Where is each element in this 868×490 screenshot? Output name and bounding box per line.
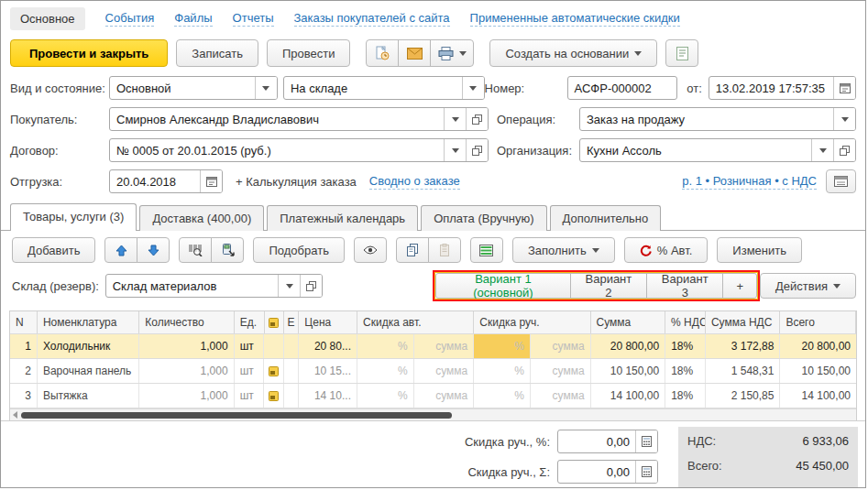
calculator-icon[interactable] xyxy=(635,461,657,483)
order-summary-link[interactable]: Сводно о заказе xyxy=(369,174,460,190)
nav-tab-main[interactable]: Основное xyxy=(10,7,85,30)
col-nomenclature[interactable]: Номенклатура xyxy=(38,311,139,333)
change-button[interactable]: Изменить xyxy=(717,237,802,263)
cell-auto-discount-sum[interactable]: сумма xyxy=(414,384,475,408)
contract-open-icon[interactable] xyxy=(466,139,488,161)
cell-quantity[interactable]: 1,000 xyxy=(139,359,234,383)
customer-open-icon[interactable] xyxy=(466,108,488,130)
move-down-icon[interactable] xyxy=(137,237,170,263)
col-vat-pct[interactable]: % НДС xyxy=(665,311,706,333)
cell-price[interactable]: 14 10... xyxy=(299,384,357,408)
col-content-icon[interactable] xyxy=(265,311,285,333)
report-icon[interactable] xyxy=(665,39,698,67)
operation-dropdown-icon[interactable] xyxy=(833,108,855,130)
cell-vat-pct[interactable]: 18% xyxy=(665,384,706,408)
cell-vat-pct[interactable]: 18% xyxy=(665,359,706,383)
cell-vat-pct[interactable]: 18% xyxy=(665,334,706,358)
tab-delivery[interactable]: Доставка (400,00) xyxy=(139,205,264,231)
print-button[interactable] xyxy=(430,39,474,67)
shipment-calendar-icon[interactable] xyxy=(200,170,222,192)
copy-rows-icon[interactable] xyxy=(396,237,429,263)
shipment-date-input[interactable]: 20.04.2018 xyxy=(109,169,223,193)
cell-manual-discount-sum[interactable]: сумма xyxy=(531,384,591,408)
col-sum[interactable]: Сумма xyxy=(591,311,666,333)
cell-unit[interactable]: шт xyxy=(235,334,265,358)
col-quantity[interactable]: Количество xyxy=(139,311,234,333)
col-total[interactable]: Всего xyxy=(780,311,856,333)
tab-payment[interactable]: Оплата (Вручную) xyxy=(421,205,546,231)
cell-vat-sum[interactable]: 3 172,88 xyxy=(706,334,781,358)
cell-unit[interactable]: шт xyxy=(235,384,265,408)
cell-manual-discount-pct[interactable]: % xyxy=(474,359,531,383)
col-unit[interactable]: Ед. xyxy=(235,311,265,333)
move-up-icon[interactable] xyxy=(104,237,137,263)
nav-link-site-orders[interactable]: Заказы покупателей с сайта xyxy=(294,11,450,27)
cell-manual-discount-pct-selected[interactable]: % xyxy=(474,334,531,358)
state-select[interactable]: На складе xyxy=(283,76,485,100)
variant-2-button[interactable]: Вариант 2 xyxy=(570,273,647,299)
cell-auto-discount-pct[interactable]: % xyxy=(357,384,414,408)
warehouse-open-icon[interactable] xyxy=(300,275,322,297)
kind-dropdown-icon[interactable] xyxy=(255,77,277,99)
col-auto-discount[interactable]: Скидка авт. xyxy=(357,311,474,333)
manual-discount-pct-input[interactable]: 0,00 xyxy=(557,430,658,453)
price-type-link[interactable]: р. 1 • Розничная • с НДС xyxy=(682,174,817,190)
nav-link-reports[interactable]: Отчеты xyxy=(233,11,274,27)
pick-items-button[interactable]: Подобрать xyxy=(253,237,344,263)
paste-rows-icon[interactable] xyxy=(428,237,461,263)
barcode-search-icon[interactable] xyxy=(179,237,212,263)
cell-total[interactable]: 14 100,00 xyxy=(780,384,856,408)
manual-discount-sum-input[interactable]: 0,00 xyxy=(557,460,658,484)
table-row[interactable]: 3 Вытяжка 1,000 шт 14 10... % сумма % су… xyxy=(10,384,856,408)
organization-open-icon[interactable] xyxy=(833,139,855,161)
col-price[interactable]: Цена xyxy=(299,311,357,333)
variant-3-button[interactable]: Вариант 3 xyxy=(646,273,723,299)
cell-manual-discount-pct[interactable]: % xyxy=(474,384,531,408)
cell-nomenclature[interactable]: Варочная панель xyxy=(38,359,139,383)
list-settings-icon[interactable] xyxy=(470,237,503,263)
cell-sum[interactable]: 14 100,00 xyxy=(591,384,666,408)
cell-total[interactable]: 10 150,00 xyxy=(780,359,856,383)
actions-button[interactable]: Действия xyxy=(760,273,856,299)
cell-auto-discount-pct[interactable]: % xyxy=(357,359,414,383)
date-input[interactable]: 13.02.2019 17:57:35 xyxy=(709,76,856,100)
customer-select[interactable]: Смирнов Александр Владиславович xyxy=(109,107,489,131)
nav-link-auto-discounts[interactable]: Примененные автоматические скидки xyxy=(470,11,680,27)
cell-auto-discount-sum[interactable]: сумма xyxy=(414,359,475,383)
calculator-icon[interactable] xyxy=(635,430,657,452)
warehouse-dropdown-icon[interactable] xyxy=(278,275,300,297)
document-clock-icon[interactable] xyxy=(366,39,399,67)
number-input[interactable]: АСФР-000002 xyxy=(567,76,678,100)
operation-select[interactable]: Заказ на продажу xyxy=(579,107,856,131)
cell-nomenclature[interactable]: Холодильник xyxy=(38,334,139,358)
auto-discount-button[interactable]: % Авт. xyxy=(624,237,709,263)
cell-vat-sum[interactable]: 2 150,85 xyxy=(706,384,781,408)
organization-dropdown-icon[interactable] xyxy=(811,139,833,161)
cell-sum[interactable]: 20 800,00 xyxy=(591,334,666,358)
save-button[interactable]: Записать xyxy=(176,39,258,67)
table-row[interactable]: 2 Варочная панель 1,000 шт 10 15... % су… xyxy=(10,359,856,384)
mail-envelope-icon[interactable] xyxy=(398,39,431,67)
order-calculation-note[interactable]: + Калькуляция заказа xyxy=(236,175,357,189)
tab-goods-services[interactable]: Товары, услуги (3) xyxy=(10,203,137,231)
create-based-on-button[interactable]: Создать на основании xyxy=(489,39,657,67)
cell-price[interactable]: 10 15... xyxy=(299,359,357,383)
add-variant-button[interactable]: + xyxy=(722,273,757,299)
tab-payment-calendar[interactable]: Платежный календарь xyxy=(267,205,418,231)
calendar-icon[interactable] xyxy=(833,77,855,99)
warehouse-select[interactable]: Склад материалов xyxy=(105,274,324,298)
contract-select[interactable]: № 0005 от 20.01.2015 (руб.) xyxy=(109,138,489,162)
fill-button[interactable]: Заполнить xyxy=(512,237,615,263)
add-row-button[interactable]: Добавить xyxy=(12,237,95,263)
col-vat-sum[interactable]: Сумма НДС xyxy=(706,311,781,333)
cell-auto-discount-sum[interactable]: сумма xyxy=(414,334,475,358)
data-terminal-icon[interactable] xyxy=(211,237,244,263)
state-dropdown-icon[interactable] xyxy=(462,77,484,99)
cell-total[interactable]: 20 800,00 xyxy=(780,334,856,358)
col-n[interactable]: N xyxy=(10,311,38,333)
customer-dropdown-icon[interactable] xyxy=(444,108,466,130)
col-e[interactable]: Е xyxy=(284,311,299,333)
cell-unit[interactable]: шт xyxy=(235,359,265,383)
post-button[interactable]: Провести xyxy=(267,39,351,67)
scroll-left-icon[interactable] xyxy=(13,411,17,419)
